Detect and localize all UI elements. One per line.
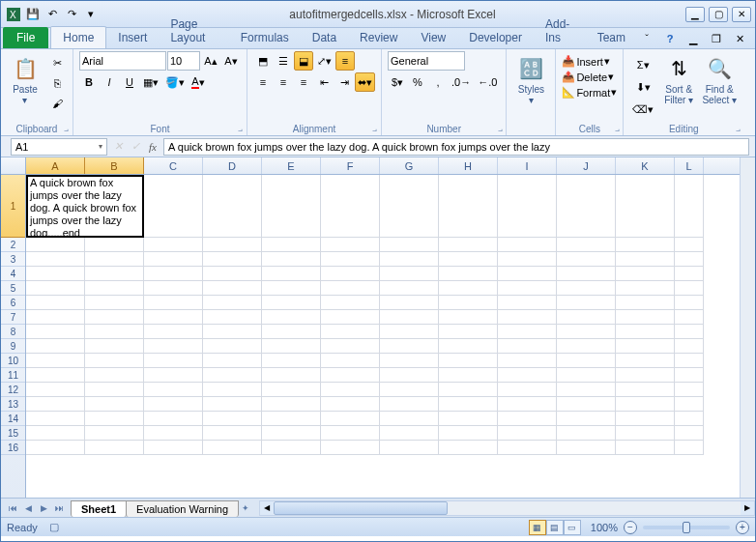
cell[interactable] bbox=[144, 441, 203, 455]
cell[interactable] bbox=[498, 368, 557, 383]
bold-button[interactable]: B bbox=[79, 72, 99, 92]
doc-close-icon[interactable]: ✕ bbox=[730, 29, 749, 48]
zoom-slider[interactable] bbox=[643, 526, 730, 529]
copy-icon[interactable]: ⎘ bbox=[47, 73, 67, 93]
align-left-icon[interactable]: ≡ bbox=[253, 72, 273, 92]
cell[interactable] bbox=[26, 238, 85, 252]
maximize-button[interactable]: ▢ bbox=[709, 7, 728, 22]
cell[interactable] bbox=[321, 252, 380, 267]
cell[interactable] bbox=[439, 296, 498, 310]
cell[interactable] bbox=[85, 368, 144, 383]
cell[interactable] bbox=[85, 281, 144, 296]
cell[interactable] bbox=[498, 175, 557, 238]
cells-area[interactable]: A quick brown fox jumps over the lazy do… bbox=[26, 175, 740, 498]
orientation-icon[interactable]: ⤢▾ bbox=[314, 51, 334, 71]
cell[interactable] bbox=[439, 426, 498, 441]
cell[interactable] bbox=[380, 296, 439, 310]
cell[interactable] bbox=[557, 397, 616, 412]
cell[interactable] bbox=[616, 383, 675, 397]
tab-page-layout[interactable]: Page Layout bbox=[159, 14, 228, 48]
cell[interactable] bbox=[439, 325, 498, 339]
cell[interactable] bbox=[439, 368, 498, 383]
col-header-l[interactable]: L bbox=[675, 157, 704, 174]
cell[interactable] bbox=[321, 325, 380, 339]
cell[interactable] bbox=[439, 175, 498, 238]
cell[interactable] bbox=[321, 426, 380, 441]
cell[interactable] bbox=[262, 252, 321, 267]
cell[interactable] bbox=[85, 325, 144, 339]
col-header-d[interactable]: D bbox=[203, 157, 262, 174]
excel-icon[interactable]: X bbox=[5, 6, 22, 23]
cell[interactable] bbox=[203, 412, 262, 426]
cell[interactable] bbox=[675, 383, 704, 397]
cell[interactable] bbox=[675, 238, 704, 252]
increase-indent-icon[interactable]: ⇥ bbox=[334, 72, 354, 92]
cell[interactable] bbox=[498, 281, 557, 296]
format-cells-button[interactable]: 📐 Format ▾ bbox=[562, 86, 617, 99]
cell[interactable] bbox=[26, 426, 85, 441]
cell[interactable] bbox=[26, 368, 85, 383]
zoom-out-icon[interactable]: − bbox=[624, 521, 637, 534]
cell[interactable] bbox=[675, 397, 704, 412]
col-header-k[interactable]: K bbox=[616, 157, 675, 174]
cell[interactable] bbox=[26, 296, 85, 310]
cell[interactable] bbox=[262, 397, 321, 412]
cell[interactable] bbox=[203, 397, 262, 412]
align-bottom-icon[interactable]: ⬓ bbox=[294, 51, 313, 71]
cell[interactable] bbox=[675, 175, 704, 238]
cell[interactable] bbox=[26, 325, 85, 339]
cell[interactable] bbox=[557, 412, 616, 426]
macro-record-icon[interactable]: ▢ bbox=[49, 521, 59, 533]
cell[interactable] bbox=[262, 383, 321, 397]
cell[interactable] bbox=[675, 310, 704, 325]
sheet-tab-sheet1[interactable]: Sheet1 bbox=[71, 500, 127, 517]
cell[interactable] bbox=[321, 175, 380, 238]
cell[interactable] bbox=[557, 310, 616, 325]
insert-cells-button[interactable]: 📥 Insert ▾ bbox=[562, 55, 617, 68]
cell[interactable] bbox=[85, 296, 144, 310]
cell[interactable] bbox=[439, 412, 498, 426]
underline-button[interactable]: U bbox=[120, 72, 139, 92]
styles-button[interactable]: 🔠 Styles▾ bbox=[512, 51, 549, 105]
cell[interactable] bbox=[26, 354, 85, 368]
cell[interactable] bbox=[498, 310, 557, 325]
cell[interactable] bbox=[616, 252, 675, 267]
cell[interactable] bbox=[203, 325, 262, 339]
cell[interactable] bbox=[380, 238, 439, 252]
cell[interactable] bbox=[557, 383, 616, 397]
col-header-b[interactable]: B bbox=[85, 157, 144, 174]
cell[interactable] bbox=[380, 267, 439, 281]
row-header-3[interactable]: 3 bbox=[1, 252, 25, 267]
cell[interactable] bbox=[85, 426, 144, 441]
last-sheet-icon[interactable]: ⏭ bbox=[51, 500, 67, 516]
row-header-2[interactable]: 2 bbox=[1, 238, 25, 252]
cell[interactable] bbox=[439, 238, 498, 252]
increase-font-icon[interactable]: A▴ bbox=[201, 51, 220, 71]
cell[interactable] bbox=[557, 252, 616, 267]
cell[interactable] bbox=[321, 354, 380, 368]
cell[interactable] bbox=[616, 238, 675, 252]
cell[interactable] bbox=[85, 441, 144, 455]
cell[interactable] bbox=[557, 267, 616, 281]
undo-icon[interactable]: ↶ bbox=[44, 6, 61, 23]
cell[interactable] bbox=[85, 397, 144, 412]
vertical-scrollbar[interactable] bbox=[740, 157, 755, 498]
col-header-a[interactable]: A bbox=[26, 157, 85, 174]
cell[interactable] bbox=[557, 354, 616, 368]
cell[interactable] bbox=[203, 252, 262, 267]
cell[interactable] bbox=[321, 267, 380, 281]
cell[interactable] bbox=[321, 296, 380, 310]
cell[interactable] bbox=[616, 281, 675, 296]
doc-minimize-icon[interactable]: ▁ bbox=[683, 29, 703, 48]
delete-cells-button[interactable]: 📤 Delete ▾ bbox=[562, 71, 617, 83]
cell[interactable] bbox=[616, 267, 675, 281]
cell[interactable] bbox=[498, 252, 557, 267]
cell[interactable] bbox=[616, 339, 675, 354]
cell[interactable] bbox=[203, 296, 262, 310]
row-header-16[interactable]: 16 bbox=[1, 441, 25, 455]
enter-formula-icon[interactable]: ✓ bbox=[127, 140, 144, 153]
page-break-view-icon[interactable]: ▭ bbox=[564, 520, 581, 535]
cell[interactable] bbox=[144, 175, 203, 238]
find-select-button[interactable]: 🔍 Find & Select ▾ bbox=[701, 51, 738, 105]
cell[interactable] bbox=[616, 412, 675, 426]
